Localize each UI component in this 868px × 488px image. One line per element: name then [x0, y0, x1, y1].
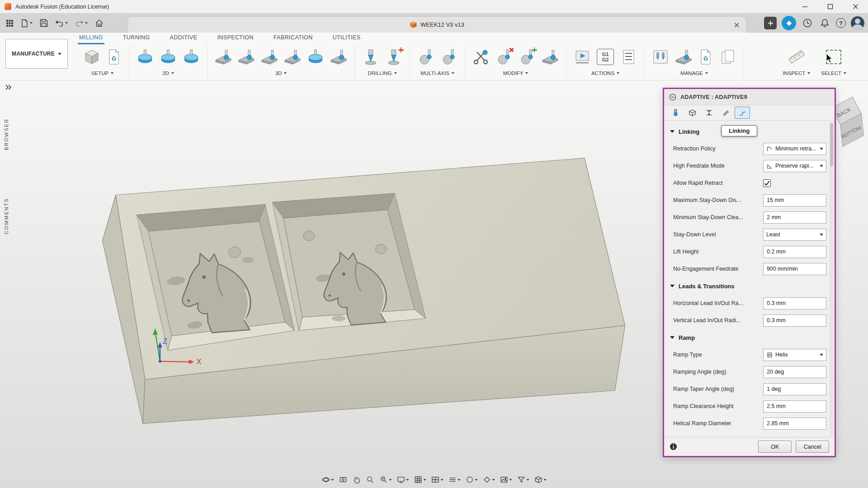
- contour-button[interactable]: [305, 47, 326, 67]
- spiral-button[interactable]: [328, 47, 349, 67]
- nav-constrained-orbit[interactable]: [464, 474, 480, 485]
- simulate-button[interactable]: [572, 47, 593, 67]
- nav-toolpath-filter[interactable]: [515, 474, 531, 485]
- group-setup-menu[interactable]: SETUP: [91, 69, 113, 76]
- nav-display-settings[interactable]: [395, 474, 411, 485]
- nav-zoom[interactable]: [364, 474, 377, 485]
- collapse-circle-icon[interactable]: [669, 94, 676, 101]
- tab-inspection[interactable]: INSPECTION: [216, 33, 255, 44]
- redo-button[interactable]: [74, 18, 89, 28]
- post-library-button[interactable]: G: [696, 48, 715, 66]
- ramp-taper-angle-input[interactable]: [763, 383, 826, 395]
- save-button[interactable]: [38, 18, 49, 28]
- tab-geometry[interactable]: [684, 107, 700, 119]
- home-view-button[interactable]: [94, 18, 105, 28]
- group-multiaxis-menu[interactable]: MULTI-AXIS: [420, 69, 454, 76]
- drill-button[interactable]: [360, 47, 381, 67]
- notifications-button[interactable]: [819, 17, 831, 29]
- measure-button[interactable]: [786, 47, 807, 67]
- tab-fabrication[interactable]: FABRICATION: [272, 33, 314, 44]
- nav-pan[interactable]: [351, 474, 363, 485]
- 2d-pocket-button[interactable]: [158, 47, 179, 67]
- section-ramp[interactable]: Ramp: [664, 329, 835, 346]
- nav-measure[interactable]: [481, 474, 497, 485]
- machine-library-button[interactable]: [673, 47, 694, 67]
- close-document-button[interactable]: [732, 21, 741, 29]
- job-status-button[interactable]: [801, 17, 814, 29]
- templates-button[interactable]: [717, 47, 738, 67]
- undo-button[interactable]: [54, 18, 69, 28]
- setup-sheet-button[interactable]: [618, 47, 639, 67]
- scrollbar-thumb[interactable]: [830, 123, 833, 166]
- nav-viewports[interactable]: [429, 474, 445, 485]
- section-leads-transitions[interactable]: Leads & Transitions: [664, 277, 835, 295]
- group-3d-menu[interactable]: 3D: [275, 69, 287, 76]
- info-icon[interactable]: [670, 443, 677, 450]
- cancel-button[interactable]: Cancel: [796, 441, 829, 453]
- tab-linking[interactable]: [735, 107, 750, 119]
- swarf-button[interactable]: [415, 47, 436, 67]
- sidebar-item-comments[interactable]: COMMENTS: [4, 198, 9, 236]
- dialog-scrollbar[interactable]: [830, 122, 834, 436]
- allow-rapid-retract-checkbox[interactable]: [763, 179, 771, 187]
- browser-expand-button[interactable]: [5, 84, 13, 92]
- tab-tool[interactable]: [668, 107, 683, 119]
- vertical-lead-input[interactable]: [763, 314, 826, 327]
- stay-down-level-select[interactable]: Least: [763, 229, 826, 241]
- bore-button[interactable]: [383, 47, 404, 67]
- adaptive-clearing-button[interactable]: [213, 47, 234, 67]
- ramp-type-select[interactable]: Helix: [763, 349, 826, 361]
- nav-look-at[interactable]: [337, 474, 349, 485]
- maximize-button[interactable]: [817, 0, 843, 14]
- group-drilling-menu[interactable]: DRILLING: [368, 69, 396, 76]
- extensions-button[interactable]: [782, 16, 796, 30]
- tab-passes[interactable]: [718, 107, 733, 119]
- dialog-header[interactable]: ADAPTIVE : ADAPTIVE9: [664, 89, 835, 105]
- face-button[interactable]: [135, 47, 156, 67]
- nav-named-views[interactable]: [498, 474, 514, 485]
- minimize-button[interactable]: [792, 0, 817, 14]
- 2d-contour-button[interactable]: [181, 47, 202, 67]
- nav-grid-settings[interactable]: [412, 474, 428, 485]
- parallel-button[interactable]: [282, 47, 303, 67]
- group-manage-menu[interactable]: MANAGE: [680, 69, 708, 76]
- trim-toolpath-button[interactable]: [471, 47, 491, 67]
- horizontal-lead-input[interactable]: [763, 297, 826, 310]
- close-window-button[interactable]: [843, 0, 868, 14]
- group-actions-menu[interactable]: ACTIONS: [591, 69, 619, 76]
- group-select-menu[interactable]: SELECT: [821, 69, 846, 76]
- user-avatar[interactable]: [851, 16, 864, 30]
- ramp-clearance-height-input[interactable]: [763, 400, 826, 413]
- group-inspect-menu[interactable]: INSPECT: [783, 69, 810, 76]
- ok-button[interactable]: OK: [758, 441, 792, 453]
- toolpath-modify-button[interactable]: [540, 47, 561, 67]
- steep-shallow-button[interactable]: [259, 47, 280, 67]
- nav-zoom-window[interactable]: [378, 474, 394, 485]
- tool-library-button[interactable]: [650, 47, 671, 67]
- new-document-tab-button[interactable]: [764, 17, 777, 29]
- lift-height-input[interactable]: [763, 246, 826, 258]
- tab-turning[interactable]: TURNING: [122, 33, 151, 44]
- sidebar-item-browser[interactable]: BROWSER: [4, 118, 9, 152]
- tab-milling[interactable]: MILLING: [78, 33, 104, 44]
- tab-heights[interactable]: [701, 107, 717, 119]
- nav-orbit[interactable]: [320, 474, 336, 485]
- help-button[interactable]: ?: [836, 18, 846, 28]
- new-setup-button[interactable]: [81, 47, 102, 67]
- app-grid-button[interactable]: [5, 18, 15, 28]
- maximum-stay-down-input[interactable]: [763, 194, 826, 206]
- tab-utilities[interactable]: UTILITIES: [331, 33, 362, 44]
- nav-section-view[interactable]: [533, 474, 548, 485]
- high-feedrate-mode-select[interactable]: Preserve rapi...: [763, 160, 826, 172]
- post-process-button[interactable]: G1 G2: [595, 47, 616, 67]
- workspace-selector[interactable]: MANUFACTURE: [5, 39, 68, 69]
- pocket-clearing-button[interactable]: [236, 47, 257, 67]
- nav-visual-style[interactable]: [447, 474, 462, 485]
- document-tab[interactable]: WEEK12 V3 v13: [127, 16, 746, 33]
- new-nc-program-button[interactable]: G: [104, 48, 123, 66]
- retraction-policy-select[interactable]: Minimum retra...: [763, 143, 826, 155]
- group-modify-menu[interactable]: MODIFY: [503, 69, 528, 76]
- minimum-stay-down-input[interactable]: [763, 211, 826, 224]
- helical-ramp-diameter-input[interactable]: [763, 418, 826, 430]
- delete-toolpath-button[interactable]: [494, 47, 514, 67]
